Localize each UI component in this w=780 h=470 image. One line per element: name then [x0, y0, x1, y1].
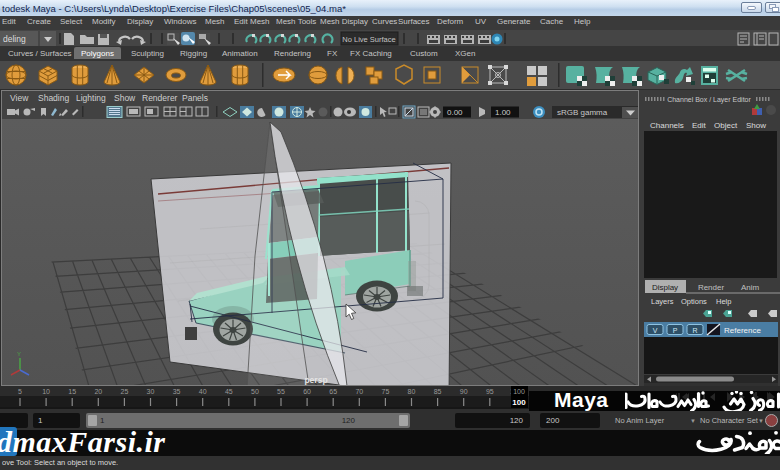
svg-text:Reference: Reference	[724, 326, 761, 335]
svg-text:60: 60	[303, 388, 311, 395]
svg-text:Show: Show	[746, 121, 766, 130]
svg-text:Options: Options	[681, 297, 707, 306]
svg-text:40: 40	[199, 388, 207, 395]
svg-text:25: 25	[121, 388, 129, 395]
svg-text:Channel Box / Layer Editor: Channel Box / Layer Editor	[667, 96, 751, 104]
svg-text:persp: persp	[304, 375, 327, 385]
svg-text:V: V	[653, 327, 658, 334]
svg-text:Render: Render	[698, 283, 725, 292]
svg-text:Object: Object	[714, 121, 738, 130]
svg-text:Y: Y	[17, 351, 21, 357]
svg-text:65: 65	[329, 388, 337, 395]
svg-text:0.00: 0.00	[447, 108, 463, 117]
svg-text:Edit: Edit	[692, 121, 707, 130]
svg-text:Display: Display	[652, 283, 678, 292]
svg-text:R: R	[692, 327, 697, 334]
svg-text:75: 75	[382, 388, 390, 395]
svg-text:10: 10	[42, 388, 50, 395]
svg-text:Layers: Layers	[651, 297, 674, 306]
svg-text:Anim: Anim	[741, 283, 760, 292]
svg-text:35: 35	[173, 388, 181, 395]
svg-text:90: 90	[460, 388, 468, 395]
svg-text:15: 15	[68, 388, 76, 395]
svg-text:sRGB gamma: sRGB gamma	[557, 108, 608, 117]
svg-text:95: 95	[486, 388, 494, 395]
svg-text:80: 80	[408, 388, 416, 395]
svg-text:100: 100	[513, 388, 525, 395]
svg-text:20: 20	[94, 388, 102, 395]
svg-text:Help: Help	[716, 297, 731, 306]
svg-text:5: 5	[18, 388, 22, 395]
svg-text:45: 45	[225, 388, 233, 395]
svg-text:85: 85	[434, 388, 442, 395]
svg-text:70: 70	[355, 388, 363, 395]
svg-text:55: 55	[277, 388, 285, 395]
svg-text:30: 30	[147, 388, 155, 395]
svg-text:deling: deling	[3, 34, 26, 44]
svg-text:50: 50	[251, 388, 259, 395]
svg-text:Channels: Channels	[650, 121, 684, 130]
svg-text:No Live Surface: No Live Surface	[342, 35, 395, 44]
svg-text:100: 100	[512, 398, 526, 407]
svg-text:P: P	[673, 327, 678, 334]
svg-text:1.00: 1.00	[495, 108, 511, 117]
